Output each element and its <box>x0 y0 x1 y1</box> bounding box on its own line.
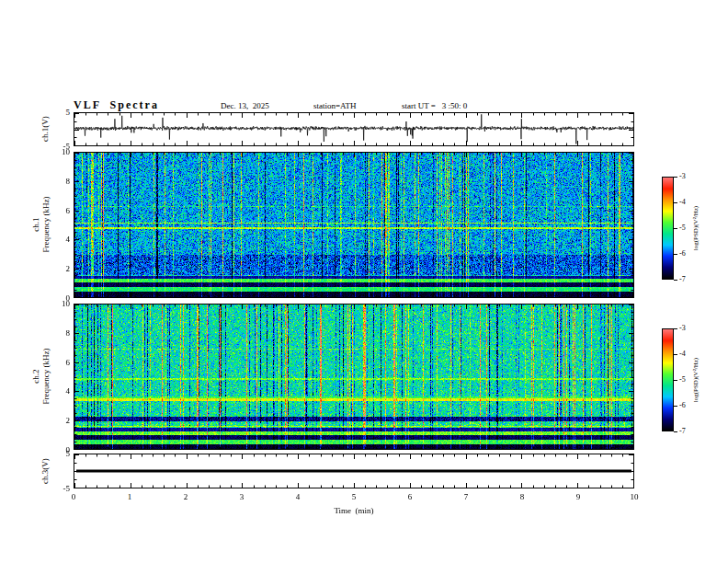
y-tick-label: 4 <box>39 235 70 244</box>
colorbar-ch1 <box>662 177 674 280</box>
waveform-canvas-ch1 <box>74 113 633 145</box>
colorbar-tick-mark <box>674 354 677 355</box>
colorbar-tick-mark <box>674 254 677 255</box>
ylabel-ch1-frequency: ch.1 Frequency (kHz) <box>31 196 51 252</box>
x-tick-label: 7 <box>457 492 475 501</box>
y-tick-label: 4 <box>39 386 70 396</box>
x-tick-label: 6 <box>401 492 419 501</box>
x-tick-label: 9 <box>569 492 587 501</box>
colorbar-tick-mark <box>674 177 677 178</box>
spectrogram-panel-ch2 <box>74 304 634 450</box>
colorbar-tick-label: -3 <box>679 325 686 332</box>
colorbar-tick-label: -7 <box>679 276 686 283</box>
y-tick-label: 5 <box>39 108 70 117</box>
figure-title: VLF Spectra <box>74 98 159 112</box>
y-tick-label: 10 <box>39 299 70 308</box>
y-tick-label: 6 <box>39 206 70 215</box>
waveform-panel-ch1 <box>74 112 634 146</box>
colorbar-tick-mark <box>674 406 677 407</box>
y-tick-label: 8 <box>39 328 70 338</box>
x-tick-label: 10 <box>625 492 643 501</box>
x-tick-label: 8 <box>513 492 531 501</box>
ylabel-ch3-voltage: ch.3(V) <box>40 458 51 484</box>
y-tick-label: 2 <box>39 416 70 425</box>
x-tick-label: 2 <box>176 492 195 501</box>
colorbar-tick-mark <box>674 431 677 432</box>
colorbar-tick-mark <box>674 202 677 203</box>
ylabel-ch1-line1: ch.1 <box>31 196 41 252</box>
y-tick-label: 8 <box>39 177 70 186</box>
colorbar-ch2 <box>662 328 674 431</box>
colorbar-tick-label: -4 <box>679 199 686 206</box>
x-axis-label: Time (min) <box>74 506 634 515</box>
y-tick-label: 10 <box>39 147 70 156</box>
waveform-canvas-ch3 <box>74 454 633 488</box>
colorbar-tick-label: -7 <box>679 428 686 435</box>
header-date: Dec. 13, 2025 <box>221 101 269 110</box>
colorbar-tick-label: -5 <box>679 224 686 232</box>
y-tick-label: 6 <box>39 358 70 367</box>
spectrogram-panel-ch1 <box>74 152 634 298</box>
colorbar-tick-label: -5 <box>679 376 686 384</box>
colorbar-tick-mark <box>674 380 677 381</box>
x-tick-label: 1 <box>120 492 139 501</box>
colorbar-tick-label: -6 <box>679 402 686 409</box>
colorbar-tick-mark <box>674 228 677 229</box>
spectrogram-canvas-ch1 <box>74 153 633 297</box>
x-tick-label: 5 <box>345 492 363 501</box>
x-tick-label: 3 <box>233 492 251 501</box>
colorbar-label-ch2: log(PSD)(V²/Hz) <box>692 358 700 402</box>
colorbar-tick-mark <box>674 328 677 329</box>
colorbar-label-ch1: log(PSD)(V²/Hz) <box>692 206 700 250</box>
waveform-panel-ch3 <box>74 454 634 488</box>
header-station: station=ATH <box>313 101 357 110</box>
ylabel-ch1-voltage: ch.1(V) <box>40 116 51 142</box>
x-tick-label: 4 <box>289 492 307 501</box>
colorbar-tick-label: -3 <box>679 173 686 180</box>
colorbar-tick-label: -6 <box>679 250 686 258</box>
ylabel-ch2-frequency: ch.2 Frequency (kHz) <box>31 348 51 404</box>
spectrogram-canvas-ch2 <box>74 304 633 449</box>
y-tick-label: 2 <box>39 264 70 273</box>
y-tick-label: 5 <box>39 449 70 458</box>
ylabel-ch2-line2: Frequency (kHz) <box>41 348 51 404</box>
header-start-ut: start UT = 3 :50: 0 <box>402 101 467 110</box>
vlf-spectra-figure: VLF Spectra Dec. 13, 2025 station=ATH st… <box>0 0 728 563</box>
ylabel-ch1-line2: Frequency (kHz) <box>41 196 51 252</box>
colorbar-tick-label: -4 <box>679 350 686 358</box>
x-tick-label: 0 <box>64 492 83 501</box>
ylabel-ch2-line1: ch.2 <box>31 348 41 404</box>
colorbar-tick-mark <box>674 280 677 281</box>
